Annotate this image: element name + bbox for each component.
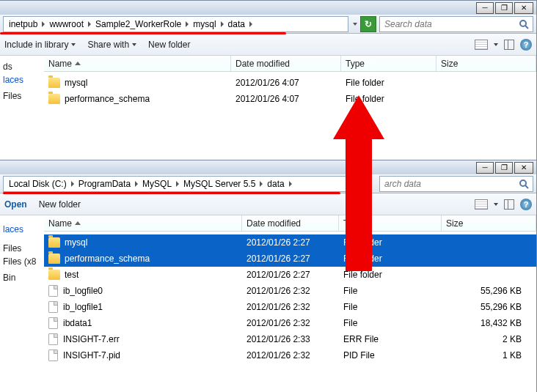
include-in-library-button[interactable]: Include in library	[4, 40, 76, 50]
breadcrumb-segment[interactable]: ProgramData	[76, 179, 133, 189]
column-headers[interactable]: Name Date modified Type Size	[44, 215, 536, 232]
chevron-right-icon[interactable]	[135, 181, 138, 187]
file-date: 2012/01/26 4:07	[235, 94, 346, 104]
list-item[interactable]: INSIGHT-7.pid2012/01/26 2:32PID File1 KB	[44, 347, 536, 363]
sidebar-item[interactable]: laces	[3, 73, 41, 86]
close-button[interactable]: ✕	[514, 2, 533, 14]
folder-icon	[48, 78, 60, 88]
chevron-right-icon[interactable]	[186, 21, 189, 27]
share-with-button[interactable]: Share with	[87, 40, 136, 50]
titlebar[interactable]: ─ ❐ ✕	[0, 160, 536, 174]
folder-icon	[48, 270, 60, 280]
file-name: mysql	[65, 237, 87, 248]
list-item[interactable]: test2012/01/26 2:27File folder	[44, 267, 536, 283]
column-headers[interactable]: Name Date modified Type Size	[44, 56, 536, 72]
sort-asc-icon	[75, 62, 81, 65]
breadcrumb-segment[interactable]: data	[265, 179, 286, 189]
header-name[interactable]: Name	[44, 56, 231, 71]
breadcrumb-dropdown-icon[interactable]	[353, 23, 357, 26]
chevron-right-icon[interactable]	[289, 181, 292, 187]
command-bar: Open New folder ?	[0, 193, 536, 215]
titlebar[interactable]: ─ ❐ ✕	[0, 0, 536, 15]
list-item[interactable]: performance_schema2012/01/26 4:07File fo…	[44, 91, 536, 107]
preview-pane-button[interactable]	[504, 40, 514, 50]
file-size: 55,296 KB	[446, 302, 532, 312]
chevron-right-icon[interactable]	[176, 181, 179, 187]
list-item[interactable]: ib_logfile12012/01/26 2:32File55,296 KB	[44, 299, 536, 315]
preview-pane-button[interactable]	[504, 199, 514, 210]
breadcrumb-segment[interactable]: MySQL Server 5.5	[181, 179, 257, 189]
sidebar-item[interactable]: ds	[3, 60, 41, 73]
sidebar-item[interactable]: Files	[3, 242, 41, 255]
navigation-pane[interactable]: lacesFilesFiles (x8Bin	[0, 215, 44, 366]
search-box[interactable]	[379, 176, 533, 192]
breadcrumb-segment[interactable]: Sample2_WorkerRole	[93, 19, 183, 29]
file-date: 2012/01/26 2:27	[246, 270, 343, 280]
chevron-right-icon[interactable]	[88, 21, 91, 27]
file-type: File	[343, 286, 446, 296]
svg-point-2	[520, 180, 526, 186]
search-input[interactable]	[383, 18, 516, 30]
refresh-button[interactable]: ↻	[360, 16, 376, 32]
file-list[interactable]: Name Date modified Type Size mysql2012/0…	[44, 215, 536, 366]
sidebar-item[interactable]: laces	[3, 223, 41, 236]
breadcrumb-segment[interactable]: mysql	[191, 19, 218, 29]
chevron-right-icon[interactable]	[42, 21, 45, 27]
chevron-right-icon[interactable]	[260, 181, 263, 187]
search-icon	[518, 178, 530, 190]
breadcrumb[interactable]: Local Disk (C:)ProgramDataMySQLMySQL Ser…	[3, 176, 348, 192]
file-date: 2012/01/26 4:07	[235, 78, 346, 88]
list-item[interactable]: performance_schema2012/01/26 2:27File fo…	[44, 251, 536, 267]
list-item[interactable]: ib_logfile02012/01/26 2:32File55,296 KB	[44, 283, 536, 299]
navigation-pane[interactable]: dslacesFiles	[0, 56, 44, 110]
file-date: 2012/01/26 2:32	[246, 302, 343, 312]
breadcrumb-segment[interactable]: inetpub	[7, 19, 40, 29]
search-input[interactable]	[383, 178, 516, 190]
open-button[interactable]: Open	[4, 199, 27, 210]
list-item[interactable]: INSIGHT-7.err2012/01/26 2:33ERR File2 KB	[44, 331, 536, 347]
maximize-button[interactable]: ❐	[495, 162, 513, 174]
file-icon	[48, 301, 58, 313]
help-icon[interactable]: ?	[520, 39, 532, 51]
sidebar-item[interactable]: Bin	[3, 271, 41, 284]
new-folder-button[interactable]: New folder	[39, 199, 81, 210]
breadcrumb-segment[interactable]: data	[226, 19, 247, 29]
file-name: test	[65, 270, 78, 280]
minimize-button[interactable]: ─	[476, 162, 494, 174]
sidebar-item[interactable]: Files (x8	[3, 255, 41, 268]
help-icon[interactable]: ?	[520, 199, 532, 210]
chevron-right-icon[interactable]	[71, 181, 74, 187]
view-mode-button[interactable]	[475, 199, 488, 210]
svg-line-3	[525, 185, 528, 188]
minimize-button[interactable]: ─	[476, 2, 494, 14]
new-folder-button[interactable]: New folder	[148, 40, 190, 50]
file-name: ib_logfile1	[63, 302, 103, 312]
file-date: 2012/01/26 2:32	[246, 318, 343, 328]
file-name: performance_schema	[65, 254, 150, 264]
view-mode-button[interactable]	[475, 40, 488, 50]
breadcrumb[interactable]: inetpubwwwrootSample2_WorkerRolemysqldat…	[3, 16, 348, 32]
close-button[interactable]: ✕	[514, 162, 533, 174]
annotation-arrow-up	[333, 95, 384, 271]
header-size[interactable]: Size	[442, 215, 536, 231]
breadcrumb-segment[interactable]: wwwroot	[47, 19, 86, 29]
breadcrumb-segment[interactable]: MySQL	[140, 179, 174, 189]
sidebar-item[interactable]: Files	[3, 89, 41, 103]
chevron-right-icon[interactable]	[249, 21, 252, 27]
file-list[interactable]: Name Date modified Type Size mysql2012/0…	[44, 56, 536, 110]
list-item[interactable]: mysql2012/01/26 4:07File folder	[44, 75, 536, 91]
breadcrumb-segment[interactable]: Local Disk (C:)	[7, 179, 69, 189]
sort-asc-icon	[75, 221, 81, 225]
header-size[interactable]: Size	[436, 56, 536, 71]
maximize-button[interactable]: ❐	[495, 2, 513, 14]
file-date: 2012/01/26 2:32	[246, 286, 343, 296]
header-date[interactable]: Date modified	[231, 56, 341, 71]
file-icon	[48, 333, 58, 345]
list-item[interactable]: mysql2012/01/26 2:27File folder	[44, 234, 536, 251]
chevron-right-icon[interactable]	[221, 21, 224, 27]
header-name[interactable]: Name	[44, 215, 242, 231]
search-box[interactable]	[379, 16, 533, 32]
header-type[interactable]: Type	[341, 56, 436, 71]
list-item[interactable]: ibdata12012/01/26 2:32File18,432 KB	[44, 315, 536, 331]
header-date[interactable]: Date modified	[242, 215, 339, 231]
